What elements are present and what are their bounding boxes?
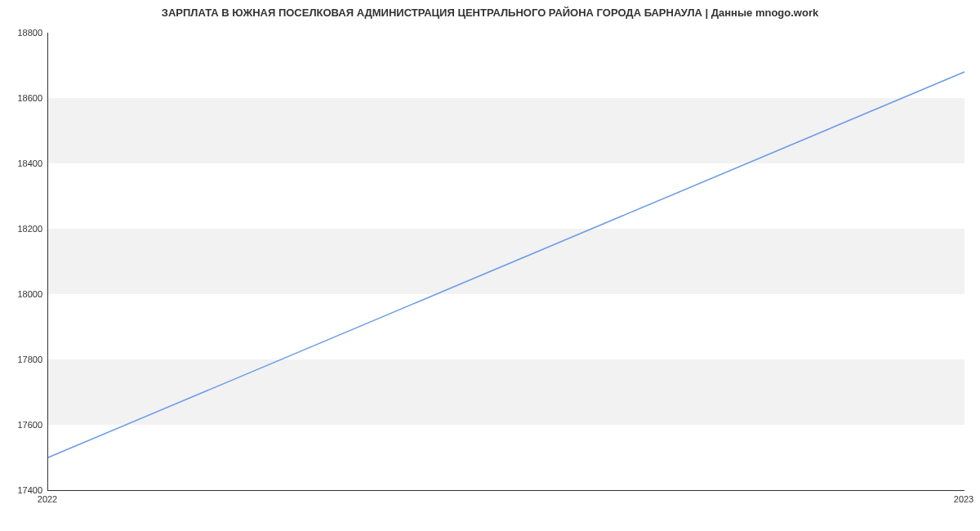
x-tick-label: 2022 (38, 494, 57, 504)
y-tick-label: 18800 (7, 28, 42, 38)
chart-line-layer (48, 33, 964, 490)
x-tick-label: 2023 (954, 494, 973, 504)
y-tick-label: 18000 (7, 289, 42, 299)
y-tick-label: 18600 (7, 93, 42, 103)
y-tick-label: 17600 (7, 420, 42, 430)
y-tick-label: 18200 (7, 224, 42, 234)
y-tick-label: 18400 (7, 158, 42, 168)
plot-area (47, 33, 964, 491)
chart-title: ЗАРПЛАТА В ЮЖНАЯ ПОСЕЛКОВАЯ АДМИНИСТРАЦИ… (0, 7, 980, 19)
chart-series-line (48, 72, 964, 457)
chart-container: ЗАРПЛАТА В ЮЖНАЯ ПОСЕЛКОВАЯ АДМИНИСТРАЦИ… (0, 0, 980, 531)
y-tick-label: 17800 (7, 355, 42, 364)
